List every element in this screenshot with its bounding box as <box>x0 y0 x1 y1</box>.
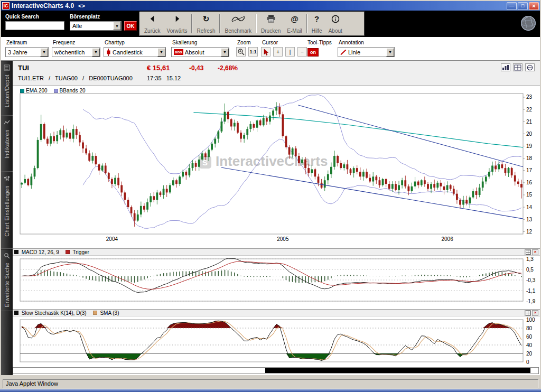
annotation-label: Annotation <box>339 40 364 45</box>
zoom-label: Zoom <box>237 40 251 45</box>
benchmark-button[interactable]: Benchmark <box>221 13 255 35</box>
panel-detach-icon[interactable] <box>525 249 531 255</box>
tooltipps-label: Tool-Tipps <box>307 40 332 45</box>
abs-badge: abs <box>174 49 183 55</box>
bar-chart-icon[interactable] <box>501 63 510 71</box>
left-sidebar: Listen/Depot Indikatoren Chart Einstellu… <box>1 61 13 375</box>
stochastic-chart-canvas[interactable]: 100806040200 <box>13 316 540 365</box>
annotation-select[interactable]: Linie ▼ <box>338 47 395 57</box>
zoom-reset-button[interactable]: 1:1 <box>248 47 258 57</box>
scrollbar-thumb[interactable] <box>265 368 530 373</box>
chevron-down-icon[interactable]: ▼ <box>40 48 48 57</box>
chevron-down-icon[interactable]: ▼ <box>113 22 121 30</box>
horizontal-scrollbar[interactable] <box>13 367 539 374</box>
main-chart-panel: EMA 200 BBands 20 SInteractiveCharts2322… <box>13 86 540 244</box>
toolbar-separator <box>306 14 307 33</box>
back-button[interactable]: Zurück <box>141 13 164 35</box>
zoom-tools: 1:1 <box>236 47 259 57</box>
main-chart-legend: EMA 200 BBands 20 <box>20 88 86 94</box>
panel-close-icon[interactable]: × <box>532 249 538 255</box>
tooltipps-toggle[interactable]: on <box>307 48 319 57</box>
panel-detach-icon[interactable] <box>525 310 531 316</box>
help-button[interactable]: ? Hilfe <box>309 13 325 35</box>
instrument-ids: TUI1.ETR / TUAG00 / DE000TUAG000 <box>18 75 133 81</box>
chevron-down-icon[interactable]: ▼ <box>221 48 229 57</box>
minimize-button[interactable]: — <box>507 2 517 10</box>
boersenplatz-select[interactable]: Alle ▼ <box>70 21 122 31</box>
top-toolbar: Quick Search Börsenplatz Alle ▼ OK Zurüc… <box>1 11 540 37</box>
forward-button[interactable]: Vorwärts <box>164 13 191 35</box>
svg-text:20: 20 <box>526 131 533 137</box>
price-change: -0,43 <box>189 64 203 72</box>
svg-text:100: 100 <box>526 317 535 323</box>
svg-text:1,3: 1,3 <box>526 256 534 262</box>
zeitraum-select[interactable]: 3 Jahre ▼ <box>5 47 49 57</box>
maximize-button[interactable]: □ <box>518 2 528 10</box>
macd-legend-swatch-0 <box>14 250 18 254</box>
frequenz-select[interactable]: wöchentlich ▼ <box>52 47 100 57</box>
ok-button[interactable]: OK <box>124 21 137 31</box>
chevron-down-icon[interactable]: ▼ <box>92 48 100 57</box>
about-button[interactable]: i About <box>325 13 346 35</box>
cursor-tools: + | − <box>261 47 308 57</box>
status-bar: Java Applet Window <box>1 378 540 389</box>
zoom-in-button[interactable] <box>236 47 246 57</box>
panel-layout-icon[interactable] <box>513 63 523 71</box>
skalierung-select[interactable]: abs Absolut ▼ <box>171 47 229 57</box>
svg-text:0,5: 0,5 <box>526 267 534 273</box>
svg-text:80: 80 <box>526 325 533 331</box>
quick-search-input[interactable] <box>5 21 64 30</box>
sidebar-item-erweiterte-suche[interactable]: Erweiterte Suche <box>1 249 13 311</box>
macd-chart-canvas[interactable]: 1,30,5-0,3-1,1-1,9 <box>13 256 540 304</box>
globe-icon <box>520 15 537 33</box>
svg-text:18: 18 <box>526 155 533 161</box>
stochastic-panel: Slow Stochastik K(14), D(3) SMA (3) × 10… <box>13 309 540 365</box>
vertical-line-button[interactable]: | <box>285 47 295 57</box>
quote-timestamp: 17:35 15.12 <box>147 75 181 81</box>
charttyp-label: Charttyp <box>105 40 125 45</box>
question-mark-icon: ? <box>314 14 319 23</box>
main-chart-canvas[interactable]: SInteractiveCharts2322212019181716151413… <box>13 86 540 244</box>
svg-text:40: 40 <box>526 342 533 348</box>
chevron-down-icon[interactable]: ▼ <box>386 48 394 57</box>
panel-close-icon[interactable]: × <box>532 310 538 316</box>
charttyp-select[interactable]: Candlestick ▼ <box>104 47 166 57</box>
cursor-arrow-icon <box>263 49 269 55</box>
window-controls: — □ × <box>507 2 539 10</box>
svg-text:23: 23 <box>526 94 533 100</box>
line-annotation-icon <box>340 49 347 55</box>
sidebar-item-chart-einstellungen[interactable]: Chart Einstellungen <box>1 172 13 249</box>
main-legend-swatch-0 <box>20 89 24 93</box>
printer-icon <box>266 14 276 23</box>
svg-text:20: 20 <box>526 351 533 357</box>
title-bar[interactable]: IC InteractiveCharts 4.0 <> — □ × <box>1 1 540 11</box>
frequenz-label: Frequenz <box>53 40 75 45</box>
cursor-arrow-button[interactable] <box>261 47 270 57</box>
icon-toolbar: Zurück Vorwärts ↻ Refresh Benchmark <box>139 12 365 36</box>
info-icon: i <box>331 14 340 23</box>
sidebar-item-indikatoren[interactable]: Indikatoren <box>1 116 13 172</box>
sidebar-item-listen-depot[interactable]: Listen/Depot <box>1 61 13 116</box>
chevron-down-icon[interactable]: ▼ <box>157 48 165 57</box>
arrow-right-icon <box>173 14 181 23</box>
svg-text:0: 0 <box>526 359 529 365</box>
svg-text:-1,1: -1,1 <box>526 288 536 294</box>
crosshair-plus-button[interactable]: + <box>273 47 283 57</box>
svg-text:InteractiveCharts: InteractiveCharts <box>216 153 328 169</box>
close-button[interactable]: × <box>529 2 539 10</box>
email-button[interactable]: @ E-Mail <box>284 13 305 35</box>
svg-text:17: 17 <box>526 167 533 173</box>
indicator-line-icon <box>4 119 10 127</box>
svg-text:21: 21 <box>526 119 533 125</box>
status-text: Java Applet Window <box>3 379 538 388</box>
horizontal-line-button[interactable]: − <box>297 47 307 57</box>
print-button[interactable]: Drucken <box>258 13 284 35</box>
refresh-button[interactable]: ↻ Refresh <box>193 13 218 35</box>
tooltipps-toggle-wrap: on <box>307 48 319 58</box>
app-window: IC InteractiveCharts 4.0 <> — □ × Quick … <box>0 0 541 392</box>
candlestick-icon <box>106 49 111 56</box>
stoch-legend-swatch-1 <box>93 311 97 315</box>
macd-panel-header: MACD 12, 26, 9 Trigger × <box>13 248 540 256</box>
compare-icon[interactable] <box>525 63 535 71</box>
toolbar-separator <box>256 14 257 33</box>
